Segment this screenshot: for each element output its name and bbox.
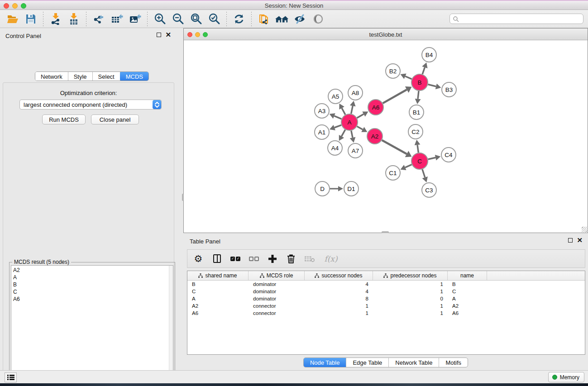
cell[interactable]: connector xyxy=(249,310,305,316)
cell[interactable]: A2 xyxy=(187,303,249,309)
cell[interactable]: B xyxy=(187,281,249,287)
tab-edge-table[interactable]: Edge Table xyxy=(346,358,389,367)
zoom-in-icon[interactable] xyxy=(153,12,167,26)
cell[interactable]: 1 xyxy=(373,310,448,316)
cell[interactable]: A xyxy=(448,296,487,301)
graph-edge-C-C4[interactable] xyxy=(428,157,436,159)
result-item[interactable]: C xyxy=(13,288,173,295)
graph-edge-A6-B[interactable] xyxy=(383,90,407,103)
result-item[interactable]: A6 xyxy=(13,295,173,303)
graph-edge-B-B4[interactable] xyxy=(422,67,425,74)
refresh-icon[interactable] xyxy=(232,12,246,26)
node-table[interactable]: shared nameMCDS rolesuccessor nodesprede… xyxy=(187,271,585,355)
optimization-criterion-dropdown[interactable]: largest connected component (directed) xyxy=(19,100,162,110)
cell[interactable]: C xyxy=(448,289,487,294)
cell[interactable]: 4 xyxy=(305,289,373,294)
graph-edge-B-B3[interactable] xyxy=(428,85,436,86)
dropdown-stepper-icon[interactable] xyxy=(153,100,161,109)
cell[interactable]: 4 xyxy=(305,281,373,287)
deselect-all-icon[interactable] xyxy=(249,253,259,264)
run-mcds-button[interactable]: Run MCDS xyxy=(42,114,86,124)
table-row[interactable]: Bdominator41B xyxy=(187,281,585,288)
cell[interactable]: A6 xyxy=(448,310,487,316)
cell[interactable]: dominator xyxy=(249,296,305,301)
tab-node-table[interactable]: Node Table xyxy=(304,358,347,367)
tab-select[interactable]: Select xyxy=(93,72,120,81)
column-header-predecessor-nodes[interactable]: predecessor nodes xyxy=(373,271,448,280)
cell[interactable]: 1 xyxy=(305,303,373,309)
select-all-icon[interactable]: ✓✓ xyxy=(230,253,241,264)
export-image-icon[interactable] xyxy=(128,12,142,26)
network-window-titlebar[interactable]: testGlobe.txt xyxy=(184,29,588,40)
cell[interactable]: 1 xyxy=(373,303,448,309)
cell[interactable]: B xyxy=(448,281,487,287)
export-table-icon[interactable] xyxy=(110,12,124,26)
clone-network-icon[interactable] xyxy=(257,12,271,26)
home-views-icon[interactable] xyxy=(275,12,289,26)
cell[interactable]: 0 xyxy=(373,296,448,301)
column-header-successor-nodes[interactable]: successor nodes xyxy=(305,271,373,280)
tab-mcds[interactable]: MCDS xyxy=(120,71,149,81)
network-graph[interactable]: B4B2BB3A5A8A6A3B1AA1C2A2A4A7C4CC1C3DD1 xyxy=(184,40,588,233)
zoom-fit-icon[interactable] xyxy=(189,12,203,26)
cell[interactable]: A2 xyxy=(448,303,487,309)
float-panel-icon[interactable] xyxy=(157,33,161,37)
tab-network-table[interactable]: Network Table xyxy=(389,358,439,367)
delete-column-icon[interactable] xyxy=(304,253,315,264)
cell[interactable]: A xyxy=(187,296,249,301)
graph-edge-B-B2[interactable] xyxy=(405,76,411,79)
tab-motifs[interactable]: Motifs xyxy=(439,358,468,367)
import-network-icon[interactable] xyxy=(49,12,62,26)
network-canvas[interactable]: B4B2BB3A5A8A6A3B1AA1C2A2A4A7C4CC1C3DD1 xyxy=(184,40,588,233)
column-header-MCDS-role[interactable]: MCDS role xyxy=(249,271,305,280)
graph-edge-A-A3[interactable] xyxy=(334,116,341,119)
result-scrollbar[interactable] xyxy=(169,266,173,386)
canvas-hscroll-thumb[interactable] xyxy=(382,231,389,233)
function-builder-icon[interactable]: f(x) xyxy=(323,253,339,264)
show-graphics-icon[interactable] xyxy=(311,12,325,26)
result-item[interactable]: A2 xyxy=(13,267,173,274)
import-table-icon[interactable] xyxy=(67,12,81,26)
close-panel-icon[interactable]: ✕ xyxy=(165,33,171,37)
cell[interactable]: 1 xyxy=(373,281,448,287)
hide-graphics-icon[interactable] xyxy=(293,12,307,26)
graph-edge-B-B1[interactable] xyxy=(418,91,419,99)
graph-edge-A-A2[interactable] xyxy=(357,126,363,129)
table-row[interactable]: Cdominator41C xyxy=(187,288,585,295)
graph-edge-A2-C[interactable] xyxy=(382,140,407,154)
graph-edge-A-A1[interactable] xyxy=(335,125,341,128)
table-settings-gear-icon[interactable]: ⚙ xyxy=(193,253,204,264)
graph-edge-C-C2[interactable] xyxy=(417,145,418,152)
window-resize-grip[interactable] xyxy=(582,227,587,232)
tab-network[interactable]: Network xyxy=(35,72,68,81)
float-table-panel-icon[interactable] xyxy=(568,238,573,243)
result-item[interactable]: B xyxy=(13,281,173,288)
export-network-icon[interactable] xyxy=(92,12,105,26)
save-session-icon[interactable] xyxy=(24,12,38,26)
graph-edge-A-A8[interactable] xyxy=(351,106,353,114)
cell[interactable]: 1 xyxy=(305,310,373,316)
graph-edge-A-A5[interactable] xyxy=(342,108,345,114)
mcds-result-list[interactable]: A2ABCA6 xyxy=(11,265,173,386)
tab-style[interactable]: Style xyxy=(68,72,93,81)
cell[interactable]: dominator xyxy=(249,289,305,294)
graph-edge-A-A4[interactable] xyxy=(341,130,345,137)
table-row[interactable]: Adominator80A xyxy=(187,295,585,302)
task-history-button[interactable] xyxy=(5,372,17,382)
column-header-shared-name[interactable]: shared name xyxy=(187,271,249,280)
canvas-vscroll-thumb[interactable] xyxy=(182,194,184,201)
close-table-panel-icon[interactable]: ✕ xyxy=(577,238,583,243)
delete-table-icon[interactable] xyxy=(286,253,296,264)
open-file-icon[interactable] xyxy=(6,12,19,26)
add-column-icon[interactable] xyxy=(267,253,278,264)
graph-edge-C-C1[interactable] xyxy=(405,165,412,167)
zoom-out-icon[interactable] xyxy=(171,12,185,26)
graph-edge-A-A7[interactable] xyxy=(351,131,353,138)
cell[interactable]: 1 xyxy=(373,289,448,294)
graph-edge-A-A6[interactable] xyxy=(357,114,364,118)
cell[interactable]: A6 xyxy=(187,310,249,316)
memory-button[interactable]: Memory xyxy=(548,372,584,382)
cell[interactable]: dominator xyxy=(249,281,305,287)
close-panel-button[interactable]: Close panel xyxy=(91,114,139,124)
zoom-selected-icon[interactable] xyxy=(207,12,221,26)
